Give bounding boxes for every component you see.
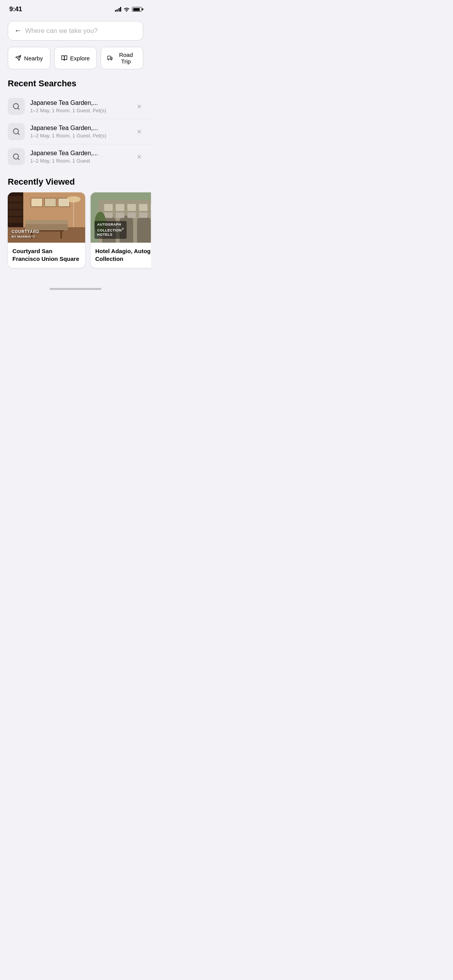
svg-rect-36: [139, 204, 148, 211]
recent-searches-header: Recent Searches: [0, 79, 151, 94]
adagio-brand-text: AUTOGRAPHCOLLECTION®HOTELS: [97, 223, 124, 237]
svg-point-3: [108, 59, 109, 60]
search-item-subtitle: 1–2 May, 1 Room, 1 Guest, Pet(s): [30, 133, 130, 139]
svg-rect-33: [104, 204, 113, 211]
remove-search-button[interactable]: ✕: [135, 127, 143, 137]
hotel-card-image: AUTOGRAPHCOLLECTION®HOTELS: [91, 192, 151, 243]
battery-icon: [132, 7, 142, 12]
hotel-card-adagio[interactable]: AUTOGRAPHCOLLECTION®HOTELS Hotel Adagio,…: [91, 192, 151, 268]
remove-search-button[interactable]: ✕: [135, 101, 143, 112]
search-item-title: Japanese Tea Garden,...: [30, 99, 130, 106]
status-icons: [115, 7, 142, 12]
explore-icon: [61, 55, 67, 61]
svg-rect-14: [9, 203, 22, 209]
search-magnifier-icon: [12, 153, 20, 161]
svg-rect-17: [31, 198, 43, 207]
svg-rect-18: [45, 198, 56, 207]
recently-viewed-section: Recently Viewed: [0, 177, 151, 277]
search-item-title: Japanese Tea Garden,...: [30, 150, 130, 157]
svg-rect-2: [108, 56, 111, 59]
search-magnifier-icon: [12, 103, 20, 110]
home-indicator-bar: [50, 288, 101, 290]
search-item-subtitle: 1–2 May, 1 Room, 1 Guest: [30, 158, 130, 164]
courtyard-brand-badge: COURTYARDBY MARRIOTT: [12, 230, 39, 239]
courtyard-image: COURTYARDBY MARRIOTT: [8, 192, 85, 243]
nearby-button[interactable]: Nearby: [8, 47, 50, 69]
svg-rect-39: [116, 212, 124, 218]
svg-line-6: [18, 108, 19, 110]
search-item-icon: [8, 98, 25, 115]
adagio-brand-badge: AUTOGRAPHCOLLECTION®HOTELS: [94, 221, 127, 239]
search-item-content: Japanese Tea Garden,... 1–2 May, 1 Room,…: [30, 99, 130, 113]
svg-rect-42: [151, 212, 151, 218]
search-item-title: Japanese Tea Garden,...: [30, 125, 130, 132]
explore-button[interactable]: Explore: [54, 47, 97, 69]
explore-label: Explore: [70, 55, 90, 62]
svg-rect-38: [104, 212, 113, 218]
wifi-icon: [124, 7, 130, 12]
hotel-name: Hotel Adagio, Autograph Collection: [95, 247, 151, 262]
svg-rect-13: [9, 196, 22, 202]
search-bar[interactable]: ← Where can we take you?: [8, 21, 143, 41]
recent-searches-section: Recent Searches Japanese Tea Garden,... …: [0, 79, 151, 169]
svg-point-27: [67, 196, 81, 202]
back-arrow-icon[interactable]: ←: [14, 27, 21, 35]
hotel-card-courtyard[interactable]: COURTYARDBY MARRIOTT Courtyard San Franc…: [8, 192, 85, 268]
road-trip-button[interactable]: Road Trip: [101, 47, 143, 69]
nearby-label: Nearby: [24, 55, 43, 62]
search-placeholder: Where can we take you?: [25, 27, 98, 35]
svg-rect-25: [25, 220, 68, 224]
search-container: ← Where can we take you?: [0, 16, 151, 47]
search-item-icon: [8, 148, 25, 165]
list-item[interactable]: Japanese Tea Garden,... 1–2 May, 1 Room,…: [0, 94, 151, 119]
search-item-icon: [8, 123, 25, 140]
svg-rect-23: [60, 231, 62, 238]
status-time: 9:41: [9, 5, 22, 13]
svg-rect-16: [9, 217, 22, 223]
list-item[interactable]: Japanese Tea Garden,... 1–2 May, 1 Room,…: [0, 119, 151, 144]
hotel-cards-row: COURTYARDBY MARRIOTT Courtyard San Franc…: [0, 192, 151, 277]
svg-point-4: [111, 59, 112, 60]
svg-line-8: [18, 133, 19, 135]
svg-rect-15: [9, 210, 22, 216]
svg-line-10: [18, 158, 19, 160]
hotel-card-image: COURTYARDBY MARRIOTT: [8, 192, 85, 243]
svg-rect-32: [137, 219, 151, 243]
recently-viewed-header: Recently Viewed: [0, 177, 151, 192]
svg-rect-35: [127, 204, 136, 211]
svg-rect-40: [127, 212, 136, 218]
hotel-card-info: Courtyard San Francisco Union Square: [8, 243, 85, 268]
nearby-icon: [15, 55, 21, 61]
svg-rect-37: [151, 204, 151, 211]
svg-rect-34: [116, 204, 124, 211]
road-trip-label: Road Trip: [115, 51, 137, 65]
list-item[interactable]: Japanese Tea Garden,... 1–2 May, 1 Room,…: [0, 144, 151, 169]
courtyard-brand-text: COURTYARDBY MARRIOTT: [12, 230, 39, 239]
hotel-name: Courtyard San Francisco Union Square: [12, 247, 81, 262]
status-bar: 9:41: [0, 0, 151, 16]
remove-search-button[interactable]: ✕: [135, 152, 143, 162]
hotel-card-info: Hotel Adagio, Autograph Collection: [91, 243, 151, 268]
search-item-content: Japanese Tea Garden,... 1–2 May, 1 Room,…: [30, 150, 130, 164]
home-indicator: [0, 285, 151, 292]
search-magnifier-icon: [12, 128, 20, 135]
road-trip-icon: [107, 55, 113, 61]
signal-icon: [115, 7, 122, 12]
search-item-subtitle: 1–2 May, 1 Room, 1 Guest, Pet(s): [30, 108, 130, 113]
quick-actions: Nearby Explore Road Trip: [0, 47, 151, 79]
svg-rect-41: [139, 212, 148, 218]
search-item-content: Japanese Tea Garden,... 1–2 May, 1 Room,…: [30, 125, 130, 139]
adagio-image: AUTOGRAPHCOLLECTION®HOTELS: [91, 192, 151, 243]
